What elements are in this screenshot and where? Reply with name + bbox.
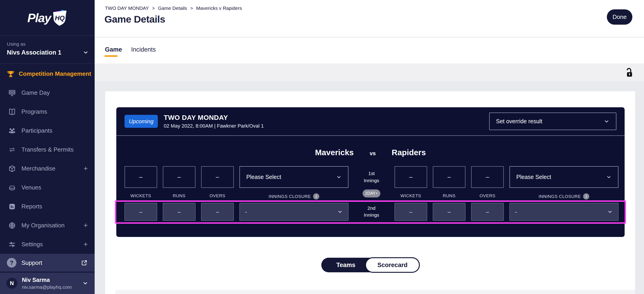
trophy-icon: [7, 70, 14, 78]
using-as-label: Using as: [7, 41, 88, 47]
home-innings2: – – – -: [124, 203, 348, 221]
expand-plus-icon[interactable]: +: [84, 164, 88, 173]
sidebar-item-label: Reports: [22, 203, 88, 210]
away-i1-overs-input[interactable]: –: [471, 166, 504, 188]
playhq-logo[interactable]: Play HQ: [0, 0, 95, 36]
home-i2-overs-input[interactable]: –: [201, 203, 234, 221]
org-switcher[interactable]: Using as Nivs Association 1: [0, 36, 95, 64]
away-i1-innings-closure-select[interactable]: Please Select: [510, 166, 618, 188]
info-icon[interactable]: i: [583, 193, 589, 199]
home-i1-wickets-input[interactable]: –: [124, 166, 157, 188]
wickets-label: WICKETS: [130, 193, 151, 198]
sidebar-item-participants[interactable]: Participants: [0, 121, 95, 140]
away-i1-runs-input[interactable]: –: [433, 166, 466, 188]
toggle-scorecard-button[interactable]: Scorecard: [365, 257, 420, 273]
sidebar-item-label: Competition Management: [19, 70, 91, 77]
away-team-name: Rapiders: [392, 148, 426, 157]
away-i2-runs-input[interactable]: –: [433, 203, 466, 221]
toggle-teams-button[interactable]: Teams: [321, 258, 370, 272]
away-i2-wickets-input[interactable]: –: [394, 203, 427, 221]
sidebar-item-my-organisation[interactable]: My Organisation +: [0, 216, 95, 235]
sidebar-item-label: My Organisation: [22, 222, 84, 229]
support-label: Support: [22, 259, 81, 266]
runs-label: RUNS: [443, 193, 456, 198]
sidebar-item-label: Programs: [22, 108, 88, 115]
sidebar-item-transfers-permits[interactable]: Transfers & Permits: [0, 140, 95, 159]
done-button[interactable]: Done: [607, 9, 632, 25]
sidebar: Play HQ Using as Nivs Association 1: [0, 0, 95, 294]
innings2-highlight-row: – – – - 2nd Innings: [115, 200, 626, 224]
sidebar-item-label: Participants: [22, 127, 88, 134]
expand-plus-icon[interactable]: +: [84, 240, 88, 248]
scoreboard-icon: 0:0: [7, 89, 17, 97]
sidebar-item-reports[interactable]: Reports: [0, 197, 95, 216]
fixture-subtitle: 02 May 2022, 8:00AM | Fawkner Park/Oval …: [164, 123, 264, 129]
overs-label: OVERS: [210, 193, 226, 198]
closure-select-value: -: [245, 209, 247, 215]
innings1-row: – WICKETS – RUNS – OVERS Please Select: [124, 166, 618, 199]
sidebar-item-competition-management[interactable]: Competition Management: [0, 64, 95, 83]
sidebar-item-label: Transfers & Permits: [22, 146, 88, 153]
bar-chart-icon: [7, 203, 17, 210]
tab-game[interactable]: Game: [105, 46, 122, 53]
home-i2-runs-input[interactable]: –: [163, 203, 196, 221]
breadcrumb-separator: >: [190, 6, 193, 11]
sidebar-item-label: Game Day: [22, 89, 88, 96]
people-icon: [7, 127, 17, 135]
sidebar-item-label: Venues: [22, 184, 88, 191]
active-tab-underline: [104, 55, 118, 57]
chevron-down-icon[interactable]: [82, 280, 88, 286]
chevron-down-icon[interactable]: [83, 50, 89, 56]
book-icon: [7, 108, 17, 116]
home-innings1: – WICKETS – RUNS – OVERS Please Select: [124, 166, 348, 199]
away-innings2: – – – -: [394, 203, 618, 221]
breadcrumb-game-details[interactable]: Game Details: [158, 6, 187, 11]
innings2-center: 2nd Innings: [348, 203, 394, 221]
breadcrumb-fixture[interactable]: Mavericks v Rapiders: [196, 6, 242, 11]
page-header: TWO DAY MONDAY > Game Details > Maverick…: [95, 0, 644, 37]
chevron-down-icon: [606, 174, 612, 180]
game-card-header: Upcoming TWO DAY MONDAY 02 May 2022, 8:0…: [116, 107, 624, 136]
tab-incidents[interactable]: Incidents: [131, 46, 156, 53]
home-i2-wickets-input[interactable]: –: [124, 203, 157, 221]
overs-label: OVERS: [480, 193, 496, 198]
expand-plus-icon[interactable]: +: [84, 221, 88, 230]
status-badge: Upcoming: [124, 115, 158, 128]
package-icon: [7, 165, 17, 173]
unlock-icon[interactable]: [624, 67, 634, 78]
sidebar-item-label: Settings: [22, 241, 84, 248]
innings-closure-label: INNINGS CLOSURE i: [269, 193, 319, 199]
sidebar-item-settings[interactable]: Settings +: [0, 235, 95, 254]
vs-label: vs: [370, 150, 376, 157]
away-i2-overs-input[interactable]: –: [471, 203, 504, 221]
set-override-result-select[interactable]: Set override result: [489, 113, 616, 130]
home-i1-innings-closure-select[interactable]: Please Select: [240, 166, 348, 188]
teams-scorecard-toggle: Teams Scorecard: [321, 258, 420, 272]
sidebar-item-merchandise[interactable]: Merchandise +: [0, 159, 95, 178]
next-section-edge: [115, 290, 635, 294]
org-name: Nivs Association 1: [7, 49, 88, 56]
game-card: Upcoming TWO DAY MONDAY 02 May 2022, 8:0…: [116, 107, 624, 237]
home-i1-runs-input[interactable]: –: [163, 166, 196, 188]
sidebar-item-programs[interactable]: Programs: [0, 102, 95, 121]
user-menu[interactable]: N Niv Sarma niv.sarma@playhq.com: [0, 272, 95, 294]
sidebar-item-venues[interactable]: Venues: [0, 178, 95, 197]
away-i1-wickets-input[interactable]: –: [394, 166, 427, 188]
content-panel: Upcoming TWO DAY MONDAY 02 May 2022, 8:0…: [105, 91, 635, 294]
info-icon[interactable]: i: [313, 193, 319, 199]
avatar: N: [6, 278, 17, 289]
home-i2-innings-closure-select[interactable]: -: [240, 203, 348, 221]
fixture-title: TWO DAY MONDAY: [164, 114, 264, 121]
away-i2-innings-closure-select[interactable]: -: [510, 203, 618, 221]
page-title: Game Details: [104, 14, 165, 25]
playhq-admin-page: Play HQ Using as Nivs Association 1: [0, 0, 644, 294]
sidebar-item-support[interactable]: ? Support: [0, 254, 95, 272]
chevron-down-icon: [607, 209, 613, 215]
closure-select-value: Please Select: [516, 174, 551, 180]
breadcrumb-grade[interactable]: TWO DAY MONDAY: [105, 6, 149, 11]
sidebar-nav: Competition Management 0:0 Game Day: [0, 64, 95, 254]
home-i1-overs-input[interactable]: –: [201, 166, 234, 188]
innings2-label: 2nd Innings: [364, 205, 379, 218]
sidebar-item-game-day[interactable]: 0:0 Game Day: [0, 83, 95, 102]
innings-closure-label: INNINGS CLOSURE i: [539, 193, 589, 199]
